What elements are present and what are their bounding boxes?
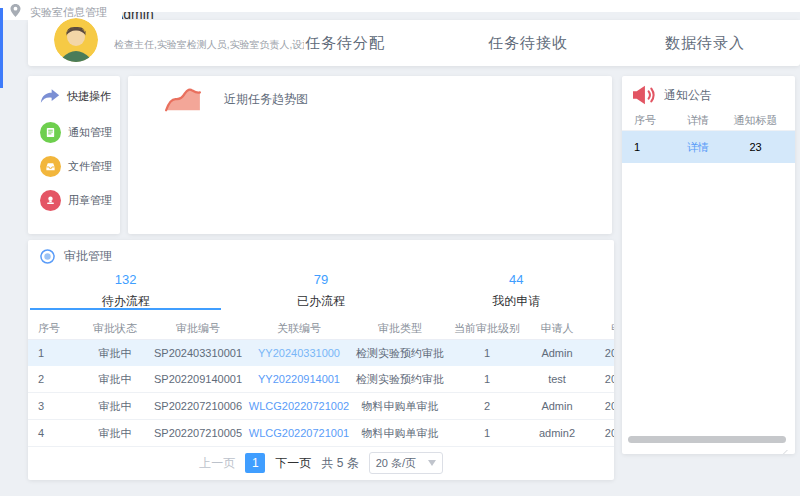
cell-status: 审批中	[80, 399, 150, 414]
notice-row-title: 23	[724, 141, 795, 153]
menu-item-label: 用章管理	[68, 193, 112, 208]
tab-pending-flows[interactable]: 132 待办流程	[28, 268, 223, 310]
quick-operations-label: 快捷操作	[67, 89, 111, 104]
cell-level: 1	[448, 373, 526, 385]
cell-apply-time: 2022-07-21	[588, 427, 614, 439]
col-header-apply-time: 申请时间	[588, 321, 614, 336]
tab-label: 我的申请	[419, 293, 614, 310]
avatar[interactable]	[54, 18, 98, 62]
notice-row[interactable]: 1 详情 23	[622, 131, 795, 163]
cell-type: 检测实验预约审批	[352, 346, 448, 361]
chevron-down-icon	[428, 460, 436, 466]
cell-status: 审批中	[80, 372, 150, 387]
stat-label: 任务待分配	[290, 34, 400, 53]
menu-item-label: 通知管理	[68, 125, 112, 140]
cell-approval-no: SP202209140001	[150, 373, 246, 385]
cell-applicant: admin2	[526, 427, 588, 439]
cell-status: 审批中	[80, 426, 150, 441]
cell-apply-time: 2022-09-14	[588, 373, 614, 385]
table-row[interactable]: 4 审批中 SP202207210005 WLCG20220721001 物料申…	[28, 420, 614, 447]
page-size-value: 20 条/页	[376, 456, 416, 471]
lims-dashboard: Admin 检查主任,实验室检测人员,实验室负责人,设施与环 0 任务待分配 0…	[0, 0, 800, 496]
tab-count: 79	[223, 272, 418, 287]
approval-table: 序号 审批状态 审批编号 关联编号 审批类型 当前审批级别 申请人 申请时间 1…	[28, 318, 614, 447]
notice-header: 通知公告	[632, 84, 712, 106]
cell-apply-time: 2024-03-31	[588, 347, 614, 359]
cell-no: 2	[28, 373, 80, 385]
cell-applicant: test	[526, 373, 588, 385]
approval-title: 审批管理	[64, 248, 112, 265]
cell-applicant: Admin	[526, 347, 588, 359]
cell-level: 2	[448, 400, 526, 412]
next-page-button[interactable]: 下一页	[275, 455, 311, 472]
table-row[interactable]: 2 审批中 SP202209140001 YY20220914001 检测实验预…	[28, 366, 614, 393]
forward-arrow-icon	[40, 88, 60, 104]
cell-related-no-link[interactable]: YY20220914001	[246, 373, 352, 385]
file-inbox-icon	[40, 156, 61, 177]
pagination: 上一页 1 下一页 共 5 条 20 条/页	[28, 452, 614, 474]
cell-status: 审批中	[80, 346, 150, 361]
col-header-applicant: 申请人	[526, 321, 588, 336]
cell-no: 4	[28, 427, 80, 439]
col-header-no: 序号	[28, 321, 80, 336]
tab-my-applications[interactable]: 44 我的申请	[419, 268, 614, 310]
location-pin-icon	[10, 3, 21, 21]
cell-related-no-link[interactable]: WLCG20220721002	[246, 400, 352, 412]
menu-notice-management[interactable]: 通知管理	[40, 122, 112, 143]
cell-apply-time: 2022-07-21	[588, 400, 614, 412]
cell-type: 物料申购单审批	[352, 426, 448, 441]
resize-handle[interactable]	[776, 450, 788, 454]
prev-page-button[interactable]: 上一页	[199, 455, 235, 472]
trend-chart-header: 近期任务趋势图	[164, 84, 308, 114]
horizontal-scrollbar[interactable]	[628, 436, 786, 443]
trend-chart-panel: 近期任务趋势图	[128, 76, 612, 234]
tab-count: 132	[28, 272, 223, 287]
notice-table: 序号 详情 通知标题 1 详情 23	[622, 110, 795, 163]
total-count-label: 共 5 条	[321, 455, 358, 472]
col-header-level: 当前审批级别	[448, 321, 526, 336]
table-row[interactable]: 3 审批中 SP202207210006 WLCG20220721002 物料申…	[28, 393, 614, 420]
approval-table-header: 序号 审批状态 审批编号 关联编号 审批类型 当前审批级别 申请人 申请时间	[28, 318, 614, 340]
notice-panel: 通知公告 序号 详情 通知标题 1 详情 23	[622, 76, 795, 454]
col-header-approval-no: 审批编号	[150, 321, 246, 336]
table-row[interactable]: 1 审批中 SP202403310001 YY20240331000 检测实验预…	[28, 340, 614, 366]
cell-related-no-link[interactable]: YY20240331000	[246, 347, 352, 359]
tab-count: 44	[419, 272, 614, 287]
menu-item-label: 文件管理	[68, 159, 112, 174]
menu-seal-management[interactable]: 用章管理	[40, 190, 112, 211]
quick-operations-title: 快捷操作	[40, 88, 111, 104]
cell-level: 1	[448, 427, 526, 439]
col-header-title: 通知标题	[724, 113, 795, 128]
notice-doc-icon	[40, 122, 61, 143]
approval-panel: 审批管理 132 待办流程 79 已办流程 44 我的申请 序号 审批状态 审批…	[28, 240, 614, 480]
badge-icon	[40, 249, 55, 264]
megaphone-icon	[632, 84, 656, 106]
notice-no: 1	[622, 141, 672, 153]
notice-table-header: 序号 详情 通知标题	[622, 110, 795, 131]
user-roles: 检查主任,实验室检测人员,实验室负责人,设施与环	[114, 38, 304, 52]
stat-label: 数据待录入	[650, 34, 760, 53]
header-card: Admin 检查主任,实验室检测人员,实验室负责人,设施与环 0 任务待分配 0…	[28, 20, 800, 66]
area-chart-icon	[164, 84, 202, 114]
page-title[interactable]: 实验室信息管理	[30, 5, 107, 20]
current-page-button[interactable]: 1	[245, 453, 265, 473]
tab-label: 已办流程	[223, 293, 418, 310]
approval-header: 审批管理	[40, 248, 112, 265]
page-size-select[interactable]: 20 条/页	[369, 452, 443, 474]
col-header-status: 审批状态	[80, 321, 150, 336]
tab-done-flows[interactable]: 79 已办流程	[223, 268, 418, 310]
cell-related-no-link[interactable]: WLCG20220721001	[246, 427, 352, 439]
tab-label: 待办流程	[28, 293, 223, 310]
cell-approval-no: SP202403310001	[150, 347, 246, 359]
cell-type: 物料申购单审批	[352, 399, 448, 414]
stat-label: 任务待接收	[473, 34, 583, 53]
col-header-type: 审批类型	[352, 321, 448, 336]
topbar	[0, 0, 800, 12]
trend-chart-title: 近期任务趋势图	[224, 91, 308, 108]
menu-file-management[interactable]: 文件管理	[40, 156, 112, 177]
quick-operations-panel: 快捷操作 通知管理 文件管理 用章管理	[28, 76, 120, 234]
col-header-related-no: 关联编号	[246, 321, 352, 336]
cell-no: 3	[28, 400, 80, 412]
sidebar-edge-strip	[0, 8, 3, 88]
notice-detail-link[interactable]: 详情	[672, 140, 724, 155]
